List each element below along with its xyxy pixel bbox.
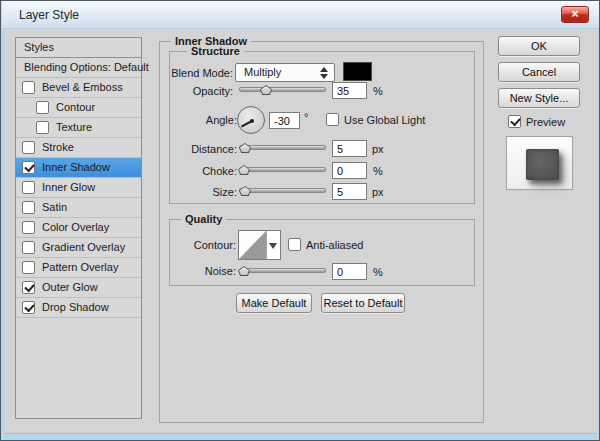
close-icon: ×: [571, 7, 578, 21]
style-enable-checkbox[interactable]: [22, 201, 35, 214]
style-item-label: Color Overlay: [42, 218, 109, 237]
noise-input[interactable]: [332, 263, 367, 280]
style-enable-checkbox[interactable]: [22, 261, 35, 274]
style-item-label: Outer Glow: [42, 278, 98, 297]
angle-dial[interactable]: [237, 106, 265, 134]
opacity-slider-track[interactable]: [239, 87, 326, 92]
layer-style-dialog: Layer Style × Styles Blending Options: D…: [0, 0, 600, 441]
style-enable-checkbox[interactable]: [22, 181, 35, 194]
distance-input[interactable]: [332, 140, 367, 157]
angle-label: Angle:: [159, 114, 237, 126]
size-input[interactable]: [332, 183, 367, 200]
style-enable-checkbox[interactable]: [22, 221, 35, 234]
sidebar-item-bevel-emboss[interactable]: Bevel & Emboss: [16, 78, 141, 98]
new-style-button[interactable]: New Style...: [498, 88, 580, 108]
contour-label: Contour:: [158, 239, 236, 251]
opacity-label: Opacity:: [155, 85, 233, 97]
contour-picker[interactable]: [238, 230, 281, 260]
blend-mode-value: Multiply: [244, 66, 281, 78]
style-item-label: Stroke: [42, 138, 74, 157]
sidebar-item-contour[interactable]: Contour: [16, 98, 141, 118]
preview-checkbox[interactable]: [508, 115, 521, 128]
blend-mode-label: Blend Mode:: [155, 67, 233, 79]
sidebar-item-texture[interactable]: Texture: [16, 118, 141, 138]
style-item-label: Texture: [56, 118, 92, 137]
sidebar-item-gradient-overlay[interactable]: Gradient Overlay: [16, 238, 141, 258]
distance-slider-track[interactable]: [239, 145, 326, 150]
style-item-label: Bevel & Emboss: [42, 78, 123, 97]
styles-header: Styles: [16, 38, 141, 58]
close-button[interactable]: ×: [561, 6, 589, 23]
structure-legend: Structure: [187, 45, 244, 57]
anti-aliased-label: Anti-aliased: [306, 239, 363, 251]
sidebar-item-inner-glow[interactable]: Inner Glow: [16, 178, 141, 198]
style-item-label: Drop Shadow: [42, 298, 109, 317]
sidebar-item-satin[interactable]: Satin: [16, 198, 141, 218]
updown-arrows-icon: [320, 67, 328, 79]
shadow-color-swatch[interactable]: [343, 62, 372, 81]
choke-input[interactable]: [332, 162, 367, 179]
sidebar-item-pattern-overlay[interactable]: Pattern Overlay: [16, 258, 141, 278]
style-item-label: Blending Options: Default: [24, 58, 149, 77]
make-default-button[interactable]: Make Default: [236, 293, 312, 313]
style-enable-checkbox[interactable]: [22, 161, 35, 174]
cancel-button[interactable]: Cancel: [498, 62, 580, 82]
style-enable-checkbox[interactable]: [22, 141, 35, 154]
sidebar-item-stroke[interactable]: Stroke: [16, 138, 141, 158]
sidebar-item-outer-glow[interactable]: Outer Glow: [16, 278, 141, 298]
choke-unit: %: [373, 165, 383, 177]
sidebar-item-drop-shadow[interactable]: Drop Shadow: [16, 298, 141, 318]
ok-button[interactable]: OK: [498, 36, 580, 56]
dialog-title: Layer Style: [19, 8, 79, 22]
size-unit: px: [372, 186, 384, 198]
opacity-input[interactable]: [332, 82, 367, 99]
style-item-label: Pattern Overlay: [42, 258, 118, 277]
preview-panel: [506, 136, 573, 190]
choke-slider-track[interactable]: [239, 167, 326, 172]
distance-label: Distance:: [159, 143, 237, 155]
sidebar-item-color-overlay[interactable]: Color Overlay: [16, 218, 141, 238]
noise-label: Noise:: [158, 265, 236, 277]
angle-unit: °: [304, 111, 308, 123]
contour-thumbnail: [239, 231, 267, 259]
quality-legend: Quality: [181, 213, 226, 225]
styles-rows: Blending Options: DefaultBevel & EmbossC…: [16, 58, 141, 318]
noise-slider-track[interactable]: [239, 268, 326, 273]
blend-mode-select[interactable]: Multiply: [235, 63, 335, 82]
linear-contour-icon: [239, 231, 266, 259]
choke-label: Choke:: [159, 165, 237, 177]
preview-thumbnail: [526, 149, 559, 180]
title-bar: Layer Style ×: [2, 1, 600, 29]
style-item-label: Inner Glow: [42, 178, 95, 197]
sidebar-item-inner-shadow[interactable]: Inner Shadow: [16, 158, 141, 178]
style-enable-checkbox[interactable]: [36, 121, 49, 134]
styles-list: Styles Blending Options: DefaultBevel & …: [15, 37, 142, 419]
use-global-light-checkbox[interactable]: [326, 113, 339, 126]
style-item-label: Contour: [56, 98, 95, 117]
style-enable-checkbox[interactable]: [22, 81, 35, 94]
anti-aliased-checkbox[interactable]: [288, 238, 301, 251]
angle-input[interactable]: [269, 112, 300, 129]
size-label: Size:: [159, 186, 237, 198]
distance-unit: px: [372, 143, 384, 155]
style-enable-checkbox[interactable]: [22, 301, 35, 314]
use-global-light-label: Use Global Light: [344, 114, 425, 126]
opacity-unit: %: [373, 85, 383, 97]
sidebar-item-blending-options-default[interactable]: Blending Options: Default: [16, 58, 141, 78]
style-enable-checkbox[interactable]: [22, 281, 35, 294]
noise-unit: %: [373, 266, 383, 278]
preview-label: Preview: [526, 116, 565, 128]
style-enable-checkbox[interactable]: [36, 101, 49, 114]
style-item-label: Gradient Overlay: [42, 238, 125, 257]
angle-center-dot: [250, 119, 254, 123]
style-item-label: Inner Shadow: [42, 158, 110, 177]
style-item-label: Satin: [42, 198, 67, 217]
style-enable-checkbox[interactable]: [22, 241, 35, 254]
chevron-down-icon: [269, 243, 277, 249]
size-slider-track[interactable]: [239, 188, 326, 193]
reset-to-default-button[interactable]: Reset to Default: [321, 293, 405, 313]
